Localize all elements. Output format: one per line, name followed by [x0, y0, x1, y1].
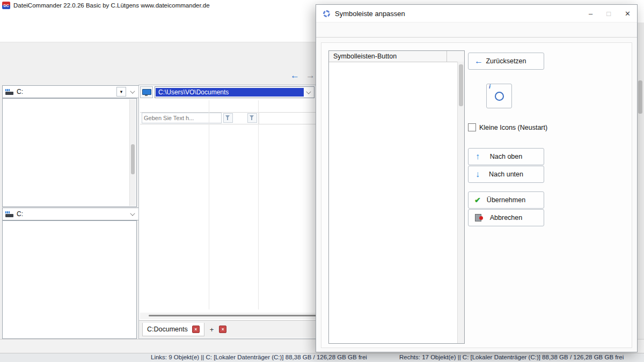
move-up-button[interactable]: Nach oben	[468, 148, 544, 165]
forward-arrow-icon[interactable]: →	[306, 70, 315, 81]
minimize-button[interactable]: –	[589, 10, 592, 18]
info-icon	[495, 92, 504, 101]
dialog-title: Symboleiste anpassen	[335, 10, 405, 18]
arrow-left-icon	[474, 58, 482, 65]
app-icon: DC	[2, 2, 10, 9]
toolbar-button-list: Symbolleisten-Button	[328, 50, 465, 344]
desktop: DC DateiCommander 22.0.26 Basic by C.Lüt…	[0, 0, 644, 362]
list-scrollbar[interactable]	[457, 62, 464, 343]
folder-tree-bottom	[2, 220, 137, 339]
move-up-label: Nach oben	[490, 153, 522, 160]
back-arrow-icon[interactable]: ←	[290, 70, 299, 81]
dialog-titlebar: Symboleiste anpassen – □ ✕	[316, 5, 637, 23]
close-icon[interactable]: x	[219, 326, 226, 333]
column-divider[interactable]	[209, 100, 209, 309]
cancel-icon	[475, 214, 481, 221]
dialog-gear-icon	[323, 10, 330, 17]
path-combo[interactable]: C:\Users\VO\Documents	[155, 86, 314, 98]
small-icons-checkbox[interactable]	[468, 123, 476, 131]
customize-toolbar-dialog: Symboleiste anpassen – □ ✕ Symbolleisten…	[316, 4, 638, 352]
computer-button[interactable]	[140, 86, 153, 98]
statusbar: Links: 9 Objekt(e) || C: [Lokaler Datent…	[0, 353, 644, 362]
chevron-down-icon[interactable]	[306, 89, 311, 94]
main-title: DateiCommander 22.0.26 Basic by C.Lütgen…	[13, 2, 210, 9]
combo-value: C:	[17, 88, 23, 95]
dialog-body: Symbolleisten-Button Zurücksetzen Kleine…	[321, 42, 632, 348]
hdd-icon	[5, 214, 13, 217]
monitor-icon	[142, 89, 151, 95]
history-nav: ← →	[290, 70, 315, 81]
file-tab[interactable]: C:Documents x	[142, 323, 204, 336]
info-button[interactable]	[486, 84, 512, 108]
new-tab-button[interactable]: +	[210, 326, 214, 334]
filter-funnel-icon[interactable]	[247, 113, 257, 123]
status-left: Links: 9 Objekt(e) || C: [Lokaler Datent…	[151, 354, 367, 360]
path-combo-value: C:\Users\VO\Documents	[156, 88, 304, 97]
small-icons-option[interactable]: Kleine Icons (Neustart)	[468, 123, 547, 131]
move-down-button[interactable]: Nach unten	[468, 166, 544, 183]
chevron-down-icon[interactable]	[130, 88, 135, 93]
small-icons-label: Kleine Icons (Neustart)	[479, 124, 547, 131]
check-icon	[474, 197, 482, 204]
arrow-up-icon	[474, 153, 482, 160]
cancel-button[interactable]: Abbrechen	[468, 209, 544, 226]
tree-scrollbar[interactable]	[129, 99, 136, 206]
close-button[interactable]: ✕	[625, 10, 631, 18]
left-drive-combo-bottom[interactable]: C:	[2, 208, 140, 220]
apply-button[interactable]: Übernehmen	[468, 191, 544, 209]
apply-label: Übernehmen	[487, 196, 525, 204]
file-tab-label: C:Documents	[147, 326, 188, 333]
combo-value: C:	[17, 210, 23, 218]
drive-list-button[interactable]: ▾	[116, 87, 126, 97]
left-drive-combo-top[interactable]: C: ▾	[2, 85, 140, 98]
maximize-button: □	[606, 10, 611, 18]
column-divider[interactable]	[258, 100, 259, 309]
arrow-down-icon	[474, 171, 482, 178]
cancel-label: Abbrechen	[490, 214, 522, 221]
hdd-icon	[5, 92, 13, 95]
list-header: Symbolleisten-Button	[329, 51, 464, 62]
move-down-label: Nach unten	[489, 171, 523, 178]
folder-tree-top	[2, 98, 137, 207]
chevron-down-icon[interactable]	[130, 211, 135, 216]
reset-label: Zurücksetzen	[486, 57, 526, 65]
close-tab-icon[interactable]: x	[192, 326, 200, 333]
status-right: Rechts: 17 Objekt(e) || C: [Lokaler Date…	[399, 354, 624, 360]
drive-path-bar	[0, 54, 319, 68]
reset-button[interactable]: Zurücksetzen	[468, 53, 544, 70]
dialog-tabs	[316, 23, 637, 38]
